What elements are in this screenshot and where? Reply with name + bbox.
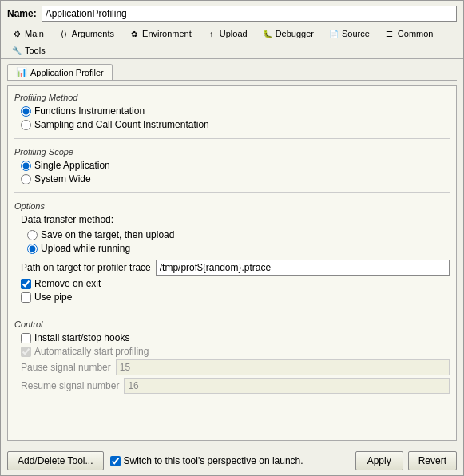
data-transfer-label: Data transfer method: — [21, 214, 450, 225]
options-body: Data transfer method: Save on the target… — [14, 214, 450, 303]
name-input[interactable] — [42, 6, 457, 22]
tab-environment-label: Environment — [142, 29, 192, 38]
checkbox-remove-label: Remove on exit — [34, 278, 101, 289]
profiling-scope-section: Profiling Scope Single Application Syste… — [14, 147, 450, 184]
tabs-bar: ⚙ Main ⟨⟩ Arguments ✿ Environment ↑ Uplo… — [1, 25, 463, 59]
debugger-icon: 🐛 — [262, 28, 273, 39]
radio-save-target: Save on the target, then upload — [21, 229, 450, 240]
name-row: Name: — [1, 1, 463, 25]
radio-sampling-label: Sampling and Call Count Instrumentation — [34, 119, 209, 130]
profiling-scope-title: Profiling Scope — [14, 147, 450, 157]
tab-environment[interactable]: ✿ Environment — [121, 25, 199, 42]
resume-signal-label: Resume signal number — [21, 380, 119, 391]
tab-common-label: Common — [398, 29, 434, 38]
tab-source-label: Source — [342, 29, 370, 38]
profiling-method-section: Profiling Method Functions Instrumentati… — [14, 93, 450, 130]
tab-tools-label: Tools — [25, 46, 46, 55]
pause-signal-input[interactable] — [116, 359, 450, 375]
checkbox-pipe-label: Use pipe — [34, 292, 72, 303]
checkbox-use-pipe: Use pipe — [21, 292, 450, 303]
tab-main-label: Main — [25, 29, 44, 38]
tab-source[interactable]: 📄 Source — [321, 25, 377, 42]
inner-tab-label: Application Profiler — [30, 68, 104, 77]
resume-signal-input[interactable] — [124, 378, 450, 394]
profiling-method-body: Functions Instrumentation Sampling and C… — [14, 105, 450, 130]
inner-tab-bar: 📊 Application Profiler — [7, 64, 457, 81]
resume-signal-row: Resume signal number — [21, 378, 450, 394]
upload-icon: ↑ — [206, 28, 217, 39]
content-area: 📊 Application Profiler Profiling Method … — [1, 59, 463, 446]
tools-icon: 🔧 — [11, 45, 22, 56]
radio-upload-label: Upload while running — [41, 243, 130, 254]
control-body: Install start/stop hooks Automatically s… — [14, 332, 450, 394]
radio-upload-input[interactable] — [27, 244, 38, 254]
tab-tools[interactable]: 🔧 Tools — [4, 42, 53, 58]
tab-arguments[interactable]: ⟨⟩ Arguments — [51, 25, 121, 42]
radio-single-application: Single Application — [21, 160, 450, 171]
control-title: Control — [14, 319, 450, 329]
tab-main[interactable]: ⚙ Main — [4, 25, 51, 42]
radio-functions-label: Functions Instrumentation — [34, 105, 145, 117]
main-icon: ⚙ — [11, 28, 22, 39]
radio-functions-instrumentation: Functions Instrumentation — [21, 105, 450, 117]
path-row: Path on target for profiler trace — [21, 260, 450, 276]
pause-signal-row: Pause signal number — [21, 359, 450, 375]
common-icon: ☰ — [384, 28, 395, 39]
apply-button[interactable]: Apply — [355, 451, 403, 470]
radio-single-input[interactable] — [21, 161, 31, 171]
tab-debugger[interactable]: 🐛 Debugger — [255, 25, 321, 42]
inner-tab-application-profiler[interactable]: 📊 Application Profiler — [7, 64, 113, 80]
revert-button[interactable]: Revert — [408, 451, 457, 470]
path-label: Path on target for profiler trace — [21, 262, 151, 273]
radio-functions-input[interactable] — [21, 106, 31, 117]
auto-start-row: Automatically start profiling — [21, 346, 450, 357]
radio-system-label: System Wide — [34, 173, 91, 184]
environment-icon: ✿ — [129, 28, 140, 39]
inner-tab-icon: 📊 — [16, 67, 27, 77]
checkbox-remove-input[interactable] — [21, 279, 31, 289]
name-label: Name: — [7, 8, 37, 19]
install-hooks-row: Install start/stop hooks — [21, 332, 450, 343]
arguments-icon: ⟨⟩ — [58, 28, 69, 39]
bottom-right: Apply Revert — [355, 451, 457, 470]
add-delete-tool-button[interactable]: Add/Delete Tool... — [7, 451, 104, 470]
path-input[interactable] — [156, 260, 450, 276]
switch-perspective-label: Switch to this tool's perspective on lau… — [124, 455, 303, 466]
main-dialog: Name: ⚙ Main ⟨⟩ Arguments ✿ Environment … — [0, 0, 464, 476]
radio-upload-running: Upload while running — [21, 243, 450, 254]
bottom-bar: Add/Delete Tool... Switch to this tool's… — [1, 446, 463, 475]
profiling-scope-body: Single Application System Wide — [14, 160, 450, 184]
tab-arguments-label: Arguments — [72, 29, 114, 38]
options-section: Options Data transfer method: Save on th… — [14, 201, 450, 303]
profiling-method-title: Profiling Method — [14, 93, 450, 102]
control-section: Control Install start/stop hooks Automat… — [14, 319, 450, 394]
radio-single-label: Single Application — [34, 160, 110, 171]
radio-system-input[interactable] — [21, 174, 31, 184]
options-title: Options — [14, 201, 450, 211]
tab-upload-label: Upload — [220, 29, 248, 38]
switch-perspective-checkbox[interactable] — [110, 456, 121, 466]
bottom-left: Add/Delete Tool... Switch to this tool's… — [7, 451, 303, 470]
radio-sampling-input[interactable] — [21, 120, 31, 130]
auto-start-label: Automatically start profiling — [34, 346, 149, 357]
radio-sampling: Sampling and Call Count Instrumentation — [21, 119, 450, 130]
pause-signal-label: Pause signal number — [21, 362, 111, 373]
checkbox-pipe-input[interactable] — [21, 292, 31, 303]
radio-save-label: Save on the target, then upload — [41, 229, 174, 240]
checkbox-remove-exit: Remove on exit — [21, 278, 450, 289]
source-icon: 📄 — [328, 28, 339, 39]
tab-upload[interactable]: ↑ Upload — [199, 25, 255, 42]
switch-perspective-row: Switch to this tool's perspective on lau… — [110, 455, 303, 466]
install-hooks-label: Install start/stop hooks — [34, 332, 129, 343]
section-panel: Profiling Method Functions Instrumentati… — [7, 85, 457, 441]
install-hooks-input[interactable] — [21, 333, 31, 343]
radio-save-input[interactable] — [27, 230, 38, 240]
tab-common[interactable]: ☰ Common — [377, 25, 441, 42]
auto-start-input[interactable] — [21, 347, 31, 357]
tab-debugger-label: Debugger — [276, 29, 314, 38]
radio-system-wide: System Wide — [21, 173, 450, 184]
